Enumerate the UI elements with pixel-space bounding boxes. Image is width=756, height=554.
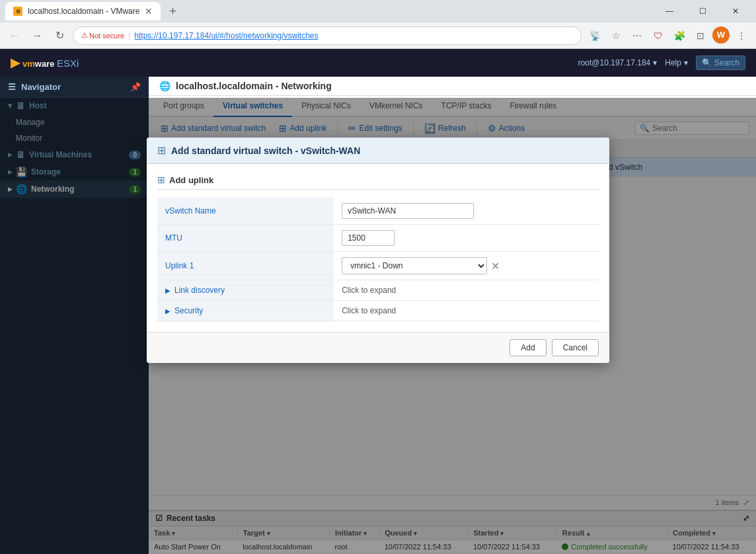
url-display[interactable]: https://10.197.17.184/ui/#/host/networki…: [134, 31, 318, 40]
uplink1-label-cell: Uplink 1: [157, 252, 334, 280]
maximize-button[interactable]: ☐: [687, 2, 718, 20]
dialog-section-header: ⊞ Add uplink: [157, 175, 599, 190]
forward-button[interactable]: →: [28, 26, 46, 45]
help-dropdown-icon: ▾: [684, 58, 688, 67]
vswitch-name-value-cell: [334, 198, 599, 225]
back-button[interactable]: ←: [5, 26, 24, 45]
mtu-row: MTU: [157, 225, 599, 252]
vmware-brand: vmware ESXi: [22, 58, 79, 69]
close-button[interactable]: ✕: [720, 2, 751, 20]
link-discovery-label-cell: ▶ Link discovery: [157, 280, 334, 301]
uplink1-select-wrapper: vmnic1 - Down ✕: [342, 257, 591, 274]
sidebar-navigator-header: ☰ Navigator 📌: [0, 77, 149, 97]
mtu-label: MTU: [165, 233, 182, 243]
uplink1-row: Uplink 1 vmnic1 - Down ✕: [157, 252, 599, 280]
browser-action-buttons: 📡 ☆ ⋯ 🛡 🧩 ⊡ W ⋮: [586, 26, 751, 45]
reload-button[interactable]: ↻: [50, 26, 69, 45]
uplink1-clear-button[interactable]: ✕: [491, 260, 500, 272]
link-discovery-expand-toggle[interactable]: ▶ Link discovery: [165, 286, 326, 295]
user-dropdown-icon: ▾: [653, 58, 657, 67]
warning-text: Not secure: [89, 32, 124, 40]
dialog-footer: Add Cancel: [147, 332, 609, 363]
dialog-section-icon: ⊞: [157, 175, 165, 185]
security-label: Security: [174, 306, 203, 315]
navigator-icon: ☰: [8, 82, 16, 92]
esxi-label: ESXi: [57, 58, 79, 69]
security-row[interactable]: ▶ Security Click to expand: [157, 301, 599, 321]
cast-button[interactable]: 📡: [586, 26, 604, 45]
page-title-text: localhost.localdomain - Networking: [176, 81, 332, 91]
user-label: root@10.197.17.184: [578, 58, 651, 67]
add-button[interactable]: Add: [510, 339, 546, 356]
vswitch-name-input[interactable]: [342, 203, 474, 219]
vswitch-name-label: vSwitch Name: [165, 206, 216, 216]
dialog-header-icon: ⊞: [157, 144, 166, 157]
mtu-label-cell: MTU: [157, 225, 334, 252]
vmware-logo: ▶ vmware ESXi: [11, 56, 79, 70]
minimize-button[interactable]: —: [654, 2, 685, 20]
header-search[interactable]: 🔍 Search: [696, 56, 745, 70]
shield-button[interactable]: 🛡: [649, 26, 667, 45]
dialog-body: ⊞ Add uplink vSwitch Name: [147, 164, 609, 332]
navigator-label: Navigator: [21, 82, 61, 92]
uplink1-label: Uplink 1: [165, 261, 194, 270]
browser-titlebar: ⚙ localhost.localdomain - VMware ✕ + — ☐…: [0, 0, 756, 22]
vmware-logo-icon: ▶: [11, 56, 20, 70]
page-title-icon: 🌐: [159, 81, 170, 91]
dialog-overlay: ⊞ Add standard virtual switch - vSwitch-…: [0, 98, 756, 554]
security-expand-text: Click to expand: [342, 306, 396, 315]
link-discovery-row[interactable]: ▶ Link discovery Click to expand: [157, 280, 599, 301]
security-warning: ⚠ Not secure: [81, 31, 124, 40]
vswitch-name-label-cell: vSwitch Name: [157, 198, 334, 225]
dialog: ⊞ Add standard virtual switch - vSwitch-…: [147, 138, 609, 363]
mtu-input[interactable]: [342, 230, 395, 246]
add-button-label: Add: [521, 343, 535, 352]
window-controls: — ☐ ✕: [654, 2, 751, 20]
cancel-button[interactable]: Cancel: [552, 339, 599, 356]
chevron-right-link-icon: ▶: [165, 287, 170, 294]
link-discovery-value-cell: Click to expand: [334, 280, 599, 301]
browser-toolbar: ← → ↻ ⚠ Not secure | https://10.197.17.1…: [0, 22, 756, 49]
tab-favicon: ⚙: [13, 7, 22, 16]
link-discovery-label: Link discovery: [174, 286, 225, 295]
dialog-title: Add standard virtual switch - vSwitch-WA…: [171, 145, 360, 156]
sidebar-toggle-button[interactable]: ⊡: [691, 26, 710, 45]
tab-close-button[interactable]: ✕: [145, 7, 153, 16]
bookmark-button[interactable]: ☆: [607, 26, 625, 45]
tab-title: localhost.localdomain - VMware: [28, 7, 139, 16]
header-search-placeholder: Search: [714, 58, 739, 67]
header-search-icon: 🔍: [702, 58, 712, 67]
chevron-right-security-icon: ▶: [165, 307, 170, 315]
browser-tab[interactable]: ⚙ localhost.localdomain - VMware ✕: [5, 2, 161, 20]
profile-button[interactable]: W: [712, 26, 730, 44]
user-menu[interactable]: root@10.197.17.184 ▾: [578, 58, 658, 67]
header-right: root@10.197.17.184 ▾ Help ▾ 🔍 Search: [578, 56, 745, 70]
link-discovery-expand-text: Click to expand: [342, 286, 396, 295]
new-tab-button[interactable]: +: [163, 2, 182, 20]
address-separator: |: [128, 31, 130, 40]
dialog-section-title: Add uplink: [169, 175, 213, 185]
apps-button[interactable]: ⋯: [628, 26, 646, 45]
dialog-header: ⊞ Add standard virtual switch - vSwitch-…: [147, 138, 609, 164]
vswitch-name-row: vSwitch Name: [157, 198, 599, 225]
security-expand-toggle[interactable]: ▶ Security: [165, 306, 326, 315]
help-menu[interactable]: Help ▾: [665, 58, 688, 67]
cancel-button-label: Cancel: [563, 343, 587, 352]
page-header: 🌐 localhost.localdomain - Networking: [149, 77, 756, 96]
help-label: Help: [665, 58, 681, 67]
address-bar[interactable]: ⚠ Not secure | https://10.197.17.184/ui/…: [73, 26, 582, 45]
mtu-value-cell: [334, 225, 599, 252]
security-value-cell: Click to expand: [334, 301, 599, 321]
navigator-pin-icon[interactable]: 📌: [130, 82, 141, 92]
uplink1-value-cell: vmnic1 - Down ✕: [334, 252, 599, 280]
page-title: 🌐 localhost.localdomain - Networking: [159, 81, 745, 91]
menu-button[interactable]: ⋮: [732, 26, 751, 45]
security-label-cell: ▶ Security: [157, 301, 334, 321]
app-header: ▶ vmware ESXi root@10.197.17.184 ▾ Help …: [0, 49, 756, 77]
extensions-button[interactable]: 🧩: [670, 26, 689, 45]
uplink1-select[interactable]: vmnic1 - Down: [342, 257, 487, 274]
warning-icon: ⚠: [81, 31, 88, 40]
dialog-form-table: vSwitch Name MTU: [157, 198, 599, 321]
